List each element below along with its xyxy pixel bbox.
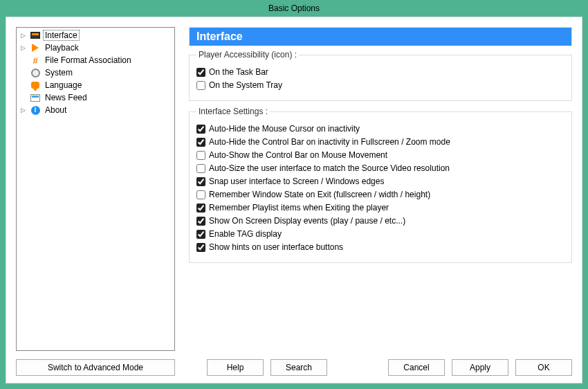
tree-item-label: Language <box>44 80 83 90</box>
search-button[interactable]: Search <box>270 359 327 376</box>
checkbox-row[interactable]: Remember Playlist items when Exiting the… <box>196 203 564 212</box>
play-icon <box>32 44 39 52</box>
expand-toggle-icon[interactable]: ▷ <box>19 32 27 39</box>
main-area: ▷Interface▷Playback#File Format Associat… <box>16 27 572 351</box>
checkbox-label: Show On Screen Display events (play / pa… <box>209 216 405 226</box>
checkbox[interactable] <box>196 190 205 199</box>
tree-item-label: File Format Association <box>44 55 133 65</box>
checkbox[interactable] <box>196 217 205 226</box>
ok-button[interactable]: OK <box>515 359 572 376</box>
tree-item-label: News Feed <box>44 93 89 102</box>
checkbox-row[interactable]: Auto-Size the user interface to match th… <box>196 163 564 173</box>
fileassoc-icon-wrap: # <box>30 55 41 66</box>
options-window: Basic Options ▷Interface▷Playback#File F… <box>0 0 588 389</box>
play-icon-wrap <box>30 42 41 53</box>
tree-item-label: System <box>44 68 74 78</box>
expand-toggle-icon[interactable]: ▷ <box>19 44 27 52</box>
checkbox[interactable] <box>196 243 205 252</box>
checkbox[interactable] <box>196 203 205 212</box>
checkbox-label: Auto-Hide the Mouse Cursor on inactivity <box>209 124 360 134</box>
checkbox-row[interactable]: Auto-Hide the Mouse Cursor on inactivity <box>196 124 564 134</box>
checkbox-label: On the System Tray <box>209 80 282 90</box>
checkbox-label: Remember Playlist items when Exiting the… <box>209 203 389 212</box>
gear-icon-wrap <box>30 67 41 78</box>
checkbox-row[interactable]: Snap user interface to Screen / Windows … <box>196 177 564 186</box>
checkbox-label: Auto-Hide the Control Bar on inactivity … <box>209 137 450 147</box>
panel-title: Interface <box>189 27 572 46</box>
checkbox[interactable] <box>196 164 205 173</box>
checkbox[interactable] <box>196 81 205 90</box>
checkbox[interactable] <box>196 125 205 134</box>
checkbox-row[interactable]: Show hints on user interface buttons <box>196 242 564 252</box>
checkbox-label: On the Task Bar <box>209 67 268 77</box>
info-icon: i <box>31 106 40 115</box>
tree-item[interactable]: ▷Playback <box>18 42 173 54</box>
news-icon <box>30 94 40 102</box>
window-title: Basic Options <box>0 0 588 17</box>
cancel-button[interactable]: Cancel <box>388 359 445 376</box>
checkbox[interactable] <box>196 138 205 147</box>
group-player-accessibility: Player Accessibility (icon) : On the Tas… <box>189 50 572 101</box>
tree-item[interactable]: Language <box>18 79 173 91</box>
tree-item[interactable]: News Feed <box>18 91 173 104</box>
content-area: ▷Interface▷Playback#File Format Associat… <box>6 17 582 383</box>
checkbox[interactable] <box>196 151 205 160</box>
interface-icon-wrap <box>30 30 41 41</box>
checkbox[interactable] <box>196 177 205 186</box>
tree-item[interactable]: ▷iAbout <box>18 104 173 116</box>
apply-button[interactable]: Apply <box>452 359 508 376</box>
checkbox-row[interactable]: Enable TAG display <box>196 229 564 239</box>
interface-icon <box>30 32 40 39</box>
checkbox-row[interactable]: Auto-Hide the Control Bar on inactivity … <box>196 137 564 147</box>
gear-icon <box>31 69 40 78</box>
group-legend: Player Accessibility (icon) : <box>196 50 299 60</box>
tree-item[interactable]: System <box>18 66 173 79</box>
checkbox-label: Auto-Size the user interface to match th… <box>209 163 450 173</box>
tree-item-label: Playback <box>44 43 80 53</box>
expand-toggle-icon[interactable]: ▷ <box>19 107 27 114</box>
group-interface-settings: Interface Settings : Auto-Hide the Mouse… <box>189 107 572 263</box>
group-legend: Interface Settings : <box>196 107 270 116</box>
lang-icon-wrap <box>30 80 41 91</box>
tree-item[interactable]: #File Format Association <box>18 54 173 66</box>
language-icon <box>31 82 39 89</box>
tree-item[interactable]: ▷Interface <box>18 29 173 42</box>
checkbox-label: Enable TAG display <box>209 229 282 239</box>
checkbox[interactable] <box>196 230 205 239</box>
checkbox-label: Snap user interface to Screen / Windows … <box>209 177 384 186</box>
switch-advanced-button[interactable]: Switch to Advanced Mode <box>16 359 175 376</box>
about-icon-wrap: i <box>30 105 41 116</box>
help-button[interactable]: Help <box>207 359 264 376</box>
checkbox-label: Remember Window State on Exit (fullscree… <box>209 190 430 199</box>
settings-panel: Interface Player Accessibility (icon) : … <box>189 27 572 351</box>
nav-tree[interactable]: ▷Interface▷Playback#File Format Associat… <box>16 27 175 351</box>
checkbox-row[interactable]: On the System Tray <box>196 80 564 90</box>
tree-item-label: Interface <box>44 30 79 40</box>
checkbox-row[interactable]: Show On Screen Display events (play / pa… <box>196 216 564 226</box>
checkbox-row[interactable]: Auto-Show the Control Bar on Mouse Movem… <box>196 150 564 160</box>
checkbox-label: Show hints on user interface buttons <box>209 242 343 252</box>
form-area: Player Accessibility (icon) : On the Tas… <box>189 46 572 351</box>
checkbox-row[interactable]: On the Task Bar <box>196 67 564 77</box>
checkbox-row[interactable]: Remember Window State on Exit (fullscree… <box>196 190 564 199</box>
button-bar: Switch to Advanced Mode Help Search Canc… <box>16 351 572 376</box>
file-association-icon: # <box>33 56 37 65</box>
checkbox[interactable] <box>196 68 205 77</box>
checkbox-label: Auto-Show the Control Bar on Mouse Movem… <box>209 150 387 160</box>
tree-item-label: About <box>44 105 68 115</box>
news-icon-wrap <box>30 92 41 103</box>
